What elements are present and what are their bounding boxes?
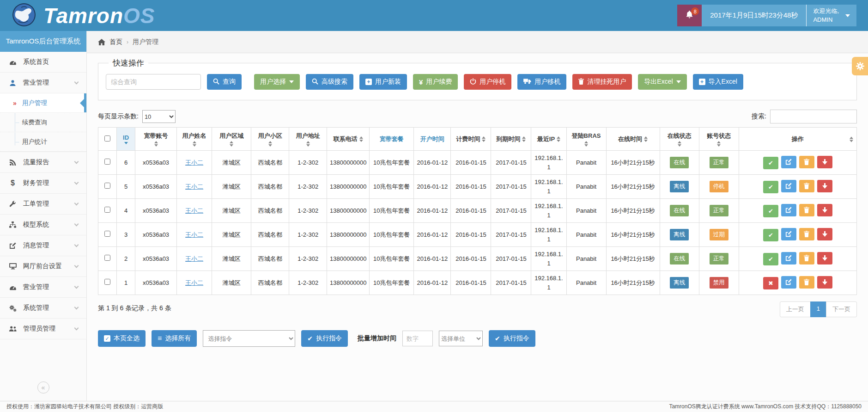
edit-button[interactable] xyxy=(781,156,796,168)
user-name-link[interactable]: 王小二 xyxy=(185,183,203,190)
user-new-button[interactable]: +用户新装 xyxy=(359,74,407,90)
enable-button[interactable]: ✔ xyxy=(763,253,778,265)
delete-button[interactable] xyxy=(799,204,814,216)
user-menu[interactable]: 欢迎光临, ADMIN xyxy=(806,5,856,26)
import-excel-button[interactable]: +导入Excel xyxy=(693,74,743,90)
delete-button[interactable] xyxy=(799,180,814,192)
execute-command-button[interactable]: ✔ 执行指令 xyxy=(301,330,348,347)
user-name-link[interactable]: 王小二 xyxy=(185,231,203,238)
download-button[interactable] xyxy=(817,204,832,216)
user-suspend-button[interactable]: 用户停机 xyxy=(464,74,511,90)
user-move-button[interactable]: 用户移机 xyxy=(517,74,566,90)
select-all-button[interactable]: ≡ 选择所有 xyxy=(152,330,197,347)
enable-button[interactable]: ✔ xyxy=(763,157,778,169)
export-excel-button[interactable]: 导出Excel xyxy=(638,74,686,90)
sidebar-collapse-button[interactable]: « xyxy=(37,381,49,394)
unit-select[interactable]: 选择单位 xyxy=(439,331,483,346)
download-button[interactable] xyxy=(817,180,832,192)
edit-button[interactable] xyxy=(781,252,796,264)
user-name-link[interactable]: 王小二 xyxy=(185,255,203,262)
user-name-link[interactable]: 王小二 xyxy=(185,159,203,166)
delete-button[interactable] xyxy=(799,228,814,240)
row-checkbox[interactable] xyxy=(104,159,110,165)
column-header-account[interactable]: 宽带账号 xyxy=(135,128,177,151)
next-page-button[interactable]: 下一页 xyxy=(826,301,857,317)
delete-button[interactable] xyxy=(799,156,814,168)
row-checkbox[interactable] xyxy=(104,279,110,285)
edit-button[interactable] xyxy=(781,204,796,216)
delete-button[interactable] xyxy=(799,252,814,264)
sidebar-item-system-home[interactable]: 系统首页 xyxy=(0,52,86,73)
cell-bras: Panabit xyxy=(566,247,606,271)
sidebar-item-admin-management[interactable]: 管理员管理 xyxy=(0,319,86,339)
user-renew-button[interactable]: ¥用户续费 xyxy=(413,74,458,90)
column-header-open_date[interactable]: 开户时间 xyxy=(414,128,451,151)
user-select-button[interactable]: 用户选择 xyxy=(254,74,300,90)
cell-open_date: 2016-01-12 xyxy=(414,175,451,199)
download-button[interactable] xyxy=(817,228,832,240)
row-checkbox[interactable] xyxy=(104,207,110,213)
row-checkbox[interactable] xyxy=(104,255,110,261)
edit-button[interactable] xyxy=(781,276,796,289)
command-select[interactable]: 选择指令 xyxy=(203,330,295,347)
user-name-link[interactable]: 王小二 xyxy=(185,207,203,214)
advanced-search-button[interactable]: 高级搜索 xyxy=(306,74,353,90)
column-header-id[interactable]: ID xyxy=(117,128,135,151)
disable-button[interactable]: ✖ xyxy=(763,277,778,289)
column-header-phone[interactable]: 联系电话 xyxy=(327,128,370,151)
download-button[interactable] xyxy=(817,252,832,264)
column-header-region[interactable]: 用户区域 xyxy=(212,128,251,151)
column-header-account_status[interactable]: 账号状态 xyxy=(699,128,739,151)
row-checkbox[interactable] xyxy=(104,183,110,189)
column-header-expire_date[interactable]: 到期时间 xyxy=(491,128,531,151)
column-header-online_status[interactable]: 在线状态 xyxy=(660,128,699,151)
sidebar-item-finance-management[interactable]: $财务管理 xyxy=(0,173,86,194)
sidebar-item-model-system[interactable]: 模型系统 xyxy=(0,215,86,235)
settings-tab-button[interactable] xyxy=(852,57,868,75)
batch-number-input[interactable] xyxy=(402,331,433,346)
column-header-address[interactable]: 用户地址 xyxy=(289,128,327,151)
home-icon[interactable] xyxy=(98,39,105,45)
sidebar-item-message-management[interactable]: 消息管理 xyxy=(0,235,86,256)
page-size-select[interactable]: 10 xyxy=(142,110,176,123)
user-name-link[interactable]: 王小二 xyxy=(185,279,203,286)
column-header-ip[interactable]: 最近IP xyxy=(531,128,566,151)
execute-command-button-2[interactable]: ✔ 执行指令 xyxy=(489,330,535,347)
sidebar-item-business-management-2[interactable]: 营业管理 xyxy=(0,277,86,298)
sidebar-subitem-renewal-query[interactable]: 续费查询 xyxy=(0,113,86,132)
edit-button[interactable] xyxy=(781,180,796,192)
row-checkbox[interactable] xyxy=(104,231,110,237)
edit-button[interactable] xyxy=(781,228,796,240)
download-button[interactable] xyxy=(817,156,832,168)
column-header-bras[interactable]: 登陆BRAS xyxy=(566,128,606,151)
column-header-ops[interactable]: 操作 xyxy=(739,128,856,151)
column-header-plan[interactable]: 宽带套餐 xyxy=(370,128,414,151)
breadcrumb-home[interactable]: 首页 xyxy=(109,38,122,46)
column-header-name[interactable]: 用户姓名 xyxy=(177,128,212,151)
column-header-bill_date[interactable]: 计费时间 xyxy=(451,128,491,151)
sidebar-subitem-user-statistics[interactable]: 用户统计 xyxy=(0,132,86,152)
download-button[interactable] xyxy=(817,276,832,289)
prev-page-button[interactable]: 上一页 xyxy=(780,301,811,317)
sidebar-item-portal-settings[interactable]: 网厅前台设置 xyxy=(0,256,86,277)
select-all-checkbox[interactable] xyxy=(104,135,110,141)
combined-query-input[interactable] xyxy=(106,74,201,90)
column-header-community[interactable]: 用户小区 xyxy=(251,128,289,151)
sidebar-item-work-order-management[interactable]: 工单管理 xyxy=(0,194,86,215)
enable-button[interactable]: ✔ xyxy=(763,181,778,193)
column-header-checkbox[interactable] xyxy=(98,128,117,151)
enable-button[interactable]: ✔ xyxy=(763,205,778,217)
table-search-input[interactable] xyxy=(770,110,857,123)
sidebar-item-system-management[interactable]: 系统管理 xyxy=(0,298,86,319)
notifications-button[interactable]: 8 xyxy=(677,5,702,26)
query-button[interactable]: 查询 xyxy=(207,74,242,90)
select-page-button[interactable]: ✓ 本页全选 xyxy=(98,330,146,347)
clean-dead-users-button[interactable]: 清理挂死用户 xyxy=(572,74,632,90)
delete-button[interactable] xyxy=(799,276,814,289)
sidebar-item-traffic-report[interactable]: 流量报告 xyxy=(0,152,86,173)
page-1-button[interactable]: 1 xyxy=(810,301,826,317)
sidebar-subitem-user-management[interactable]: »用户管理 xyxy=(0,93,86,113)
enable-button[interactable]: ✔ xyxy=(763,229,778,241)
column-header-online_time[interactable]: 在线时间 xyxy=(606,128,660,151)
sidebar-item-business-management[interactable]: 营业管理 xyxy=(0,73,86,93)
